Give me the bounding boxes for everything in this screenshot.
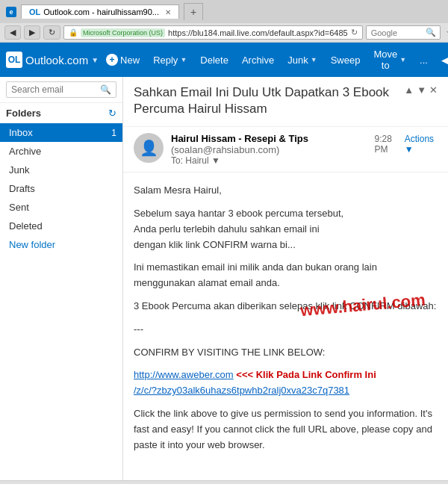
search-magnifier-icon: 🔍 bbox=[100, 84, 111, 95]
email-search-input[interactable] bbox=[11, 84, 97, 95]
confirm-link-path[interactable]: /z/c/?zbzy03alk6uhazs6tpwhb2ralj0xva23c7… bbox=[134, 385, 349, 396]
junk-button[interactable]: Junk ▼ bbox=[281, 52, 323, 69]
email-prev-icon[interactable]: ▲ bbox=[404, 84, 414, 97]
moveto-arrow-icon: ▼ bbox=[399, 56, 406, 63]
app-toolbar: OL Outlook.com ▼ + New Reply ▼ Delete Ar… bbox=[0, 43, 448, 77]
aweber-link[interactable]: http://www.aweber.com bbox=[134, 369, 234, 380]
email-body: www.hairul.com Salam Mesra Hairul, Sebel… bbox=[123, 173, 448, 480]
folder-item-deleted[interactable]: Deleted bbox=[0, 217, 122, 235]
email-next-icon[interactable]: ▼ bbox=[417, 84, 426, 97]
email-header: Sahkan Email Ini Dulu Utk Dapatkan 3 Ebo… bbox=[123, 77, 448, 127]
folder-deleted-label: Deleted bbox=[9, 220, 43, 232]
new-label: New bbox=[120, 55, 140, 66]
folder-item-archive[interactable]: Archive bbox=[0, 142, 122, 161]
search-bar[interactable]: 🔍 bbox=[366, 25, 441, 40]
search-box: 🔍 bbox=[0, 77, 122, 103]
folder-archive-label: Archive bbox=[9, 146, 41, 157]
more-button[interactable]: ... bbox=[414, 52, 434, 69]
avatar: 👤 bbox=[134, 133, 164, 163]
tab-icon: OL bbox=[29, 7, 40, 16]
sender-area: 👤 Hairul Hissam - Resepi & Tips (soalan@… bbox=[123, 127, 448, 173]
body-separator: --- bbox=[134, 322, 438, 338]
greeting: Salam Mesra Hairul, bbox=[134, 183, 438, 199]
reply-arrow-icon: ▼ bbox=[180, 56, 187, 63]
folder-junk-label: Junk bbox=[9, 164, 29, 176]
new-button[interactable]: + New bbox=[100, 51, 146, 69]
junk-label: Junk bbox=[287, 55, 308, 66]
bookmark-icon[interactable]: ☆ bbox=[444, 26, 448, 39]
sidebar-toggle-icon: ◀ bbox=[441, 55, 448, 66]
email-subject-line2: Percuma Hairul Hissam bbox=[134, 101, 404, 117]
search-input[interactable] bbox=[371, 28, 423, 37]
archive-button[interactable]: Archive bbox=[236, 52, 280, 69]
folder-item-junk[interactable]: Junk bbox=[0, 161, 122, 179]
actions-button[interactable]: Actions ▼ bbox=[405, 134, 438, 155]
sweep-button[interactable]: Sweep bbox=[325, 52, 367, 69]
moveto-label: Move to bbox=[373, 49, 397, 71]
address-refresh-icon[interactable]: ↻ bbox=[351, 28, 358, 37]
sidebar: 🔍 Folders ↻ Inbox 1 Archive Junk Drafts … bbox=[0, 77, 123, 480]
junk-arrow-icon: ▼ bbox=[311, 56, 317, 63]
forward-button[interactable]: ▶ bbox=[24, 25, 40, 40]
search-icon: 🔍 bbox=[426, 28, 436, 37]
ssl-icon: 🔒 bbox=[69, 28, 78, 37]
delete-label: Delete bbox=[200, 55, 228, 66]
toolbar-right: ... ◀ bbox=[414, 52, 448, 69]
outlook-icon: OL bbox=[6, 52, 22, 68]
folder-list: Inbox 1 Archive Junk Drafts Sent Deleted… bbox=[0, 123, 122, 480]
browser-footer: g.live.com/8seskydrive/dev © 2014 Micros… bbox=[0, 480, 448, 484]
sender-name: Hairul Hissam - Resepi & Tips (soalan@ra… bbox=[171, 133, 374, 155]
avatar-icon: 👤 bbox=[140, 139, 158, 157]
folders-refresh-icon[interactable]: ↻ bbox=[108, 108, 116, 119]
folder-inbox-label: Inbox bbox=[9, 127, 33, 138]
reply-label: Reply bbox=[153, 55, 178, 66]
app-logo: OL Outlook.com ▼ bbox=[6, 52, 99, 68]
folder-item-sent[interactable]: Sent bbox=[0, 198, 122, 217]
email-nav: ▲ ▼ ✕ bbox=[404, 84, 438, 97]
link-block: http://www.aweber.com <<< Klik Pada Link… bbox=[134, 367, 438, 399]
app-logo-text: Outlook.com bbox=[25, 54, 88, 66]
refresh-button[interactable]: ↻ bbox=[43, 25, 60, 40]
folder-item-inbox[interactable]: Inbox 1 bbox=[0, 123, 122, 142]
link-cta-text: <<< Klik Pada Link Confirm Ini bbox=[236, 369, 376, 380]
address-text[interactable]: https://blu184.mail.live.com/default.asp… bbox=[168, 28, 348, 37]
sender-info: Hairul Hissam - Resepi & Tips (soalan@ra… bbox=[171, 133, 438, 166]
confirm-heading: CONFIRM BY VISITING THE LINK BELOW: bbox=[134, 345, 438, 361]
new-plus-icon: + bbox=[106, 54, 118, 66]
sweep-label: Sweep bbox=[331, 55, 361, 66]
sidebar-toggle-button[interactable]: ◀ bbox=[435, 52, 448, 69]
email-content-area: Sahkan Email Ini Dulu Utk Dapatkan 3 Ebo… bbox=[123, 77, 448, 480]
email-time: 9:28 PM bbox=[374, 134, 401, 155]
folder-item-drafts[interactable]: Drafts bbox=[0, 179, 122, 198]
new-tab-button[interactable]: + bbox=[184, 3, 203, 20]
moveto-button[interactable]: Move to ▼ bbox=[367, 46, 412, 74]
email-subject: Sahkan Email Ini Dulu Utk Dapatkan 3 Ebo… bbox=[134, 84, 438, 117]
reply-button[interactable]: Reply ▼ bbox=[147, 52, 193, 69]
delete-button[interactable]: Delete bbox=[194, 52, 234, 69]
actions-arrow-icon: ▼ bbox=[405, 144, 414, 155]
tab-title: Outlook.com - hairulhissam90... bbox=[43, 7, 159, 16]
main-layout: 🔍 Folders ↻ Inbox 1 Archive Junk Drafts … bbox=[0, 77, 448, 480]
active-tab[interactable]: OL Outlook.com - hairulhissam90... ✕ bbox=[21, 4, 179, 19]
address-bar[interactable]: 🔒 Microsoft Corporation (US) https://blu… bbox=[63, 25, 363, 40]
back-button[interactable]: ◀ bbox=[4, 25, 21, 40]
folder-inbox-count: 1 bbox=[111, 128, 116, 138]
folder-drafts-label: Drafts bbox=[9, 183, 35, 194]
browser-icon: e bbox=[6, 7, 16, 17]
actions-label: Actions bbox=[405, 134, 434, 144]
sender-email-text: (soalan@rahsiabun.com) bbox=[171, 144, 279, 155]
corp-label: Microsoft Corporation (US) bbox=[81, 28, 165, 37]
email-subject-line1: Sahkan Email Ini Dulu Utk Dapatkan 3 Ebo… bbox=[134, 84, 404, 101]
email-close-icon[interactable]: ✕ bbox=[429, 84, 438, 97]
nav-icons: ☆ ⚙ bbox=[444, 26, 448, 39]
body-para2: Ini memastikan email ini milik anda dan … bbox=[134, 260, 438, 291]
watermark: www.hairul.com bbox=[299, 287, 426, 324]
tab-close-button[interactable]: ✕ bbox=[165, 8, 171, 16]
email-subject-text: Sahkan Email Ini Dulu Utk Dapatkan 3 Ebo… bbox=[134, 84, 404, 117]
body-para1: Sebelum saya hantar 3 ebook percuma ters… bbox=[134, 206, 438, 252]
app-logo-dropdown-icon[interactable]: ▼ bbox=[91, 56, 99, 64]
sender-to: To: Hairul ▼ bbox=[171, 155, 438, 166]
search-input-wrapper[interactable]: 🔍 bbox=[6, 81, 116, 98]
new-folder-link[interactable]: New folder bbox=[0, 235, 122, 254]
folders-header: Folders ↻ bbox=[0, 103, 122, 123]
